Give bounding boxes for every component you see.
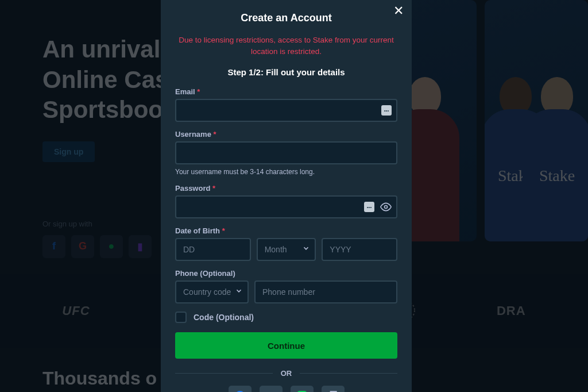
password-manager-icon[interactable]: ••• bbox=[381, 105, 392, 116]
password-manager-icon[interactable]: ••• bbox=[364, 202, 374, 212]
step-indicator: Step 1/2: Fill out your details bbox=[175, 67, 397, 77]
username-hint: Your username must be 3-14 characters lo… bbox=[175, 168, 397, 176]
restriction-notice: Due to licensing restrictions, access to… bbox=[175, 34, 397, 57]
social-login-row: f G LINE bbox=[175, 386, 397, 392]
password-field-group: Password * ••• bbox=[175, 184, 397, 218]
or-divider: OR bbox=[175, 369, 397, 378]
modal-title: Create an Account bbox=[175, 12, 397, 24]
show-password-icon[interactable] bbox=[380, 201, 392, 213]
facebook-login-button[interactable]: f bbox=[229, 386, 252, 392]
close-icon[interactable]: ✕ bbox=[393, 5, 404, 17]
phone-number-input[interactable] bbox=[254, 280, 397, 303]
username-input[interactable] bbox=[175, 141, 397, 164]
phone-label: Phone (Optional) bbox=[175, 269, 397, 278]
signup-form: Email * ••• Username * Your username mus… bbox=[175, 87, 397, 392]
google-login-button[interactable]: G bbox=[260, 386, 283, 392]
password-label: Password * bbox=[175, 184, 397, 193]
dob-month-select[interactable]: Month bbox=[257, 238, 316, 261]
email-input[interactable] bbox=[175, 99, 397, 122]
country-code-select[interactable]: Country code bbox=[175, 280, 249, 303]
email-field-group: Email * ••• bbox=[175, 87, 397, 122]
dob-label: Date of Birth * bbox=[175, 226, 397, 235]
dob-year-input[interactable] bbox=[322, 238, 397, 261]
code-field-group: Code (Optional) bbox=[175, 312, 397, 323]
username-field-group: Username * Your username must be 3-14 ch… bbox=[175, 130, 397, 176]
code-label: Code (Optional) bbox=[194, 313, 254, 322]
dob-field-group: Date of Birth * Month bbox=[175, 226, 397, 261]
email-label: Email * bbox=[175, 87, 397, 96]
continue-button[interactable]: Continue bbox=[175, 332, 397, 359]
dob-day-input[interactable] bbox=[175, 238, 251, 261]
signup-modal: ✕ Create an Account Due to licensing res… bbox=[161, 0, 412, 392]
code-checkbox[interactable] bbox=[175, 312, 187, 323]
line-login-button[interactable]: LINE bbox=[291, 386, 314, 392]
phone-field-group: Phone (Optional) Country code bbox=[175, 269, 397, 303]
username-label: Username * bbox=[175, 130, 397, 139]
twitch-login-button[interactable] bbox=[322, 386, 345, 392]
svg-point-2 bbox=[385, 206, 388, 209]
